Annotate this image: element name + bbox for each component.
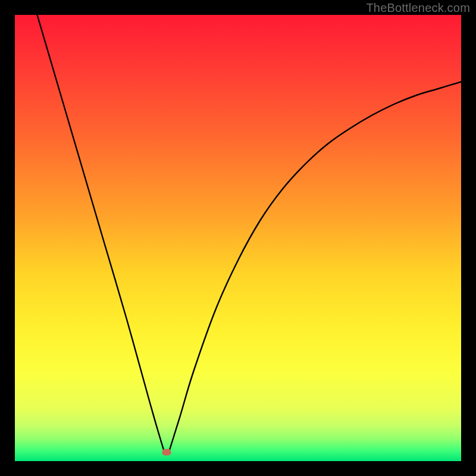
chart-frame: TheBottleneck.com — [0, 0, 476, 476]
watermark-text: TheBottleneck.com — [366, 1, 470, 15]
bottleneck-curve — [15, 15, 461, 461]
curve-left-branch — [37, 15, 165, 452]
curve-right-branch — [169, 82, 461, 453]
plot-area — [15, 15, 461, 461]
minimum-marker — [162, 449, 171, 456]
